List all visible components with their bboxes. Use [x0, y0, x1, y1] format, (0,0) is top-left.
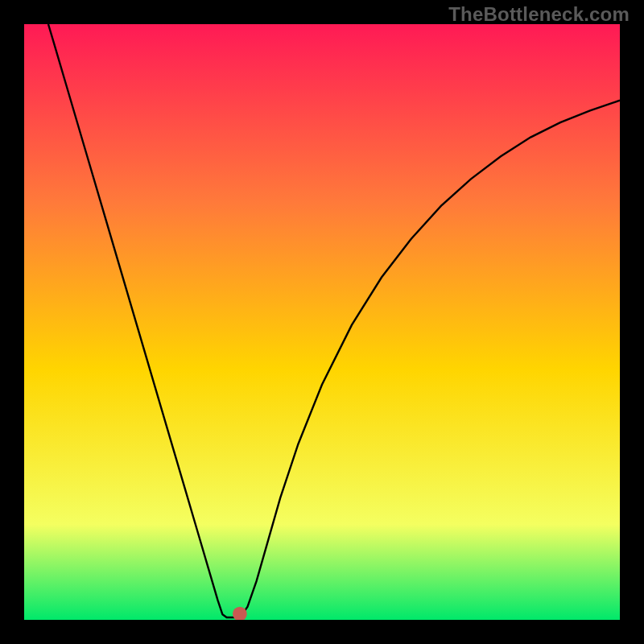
plot-svg [24, 24, 620, 620]
watermark-text: TheBottleneck.com [448, 3, 630, 26]
chart-frame: TheBottleneck.com [0, 0, 644, 644]
plot-area [24, 24, 620, 620]
gradient-background [24, 24, 620, 620]
